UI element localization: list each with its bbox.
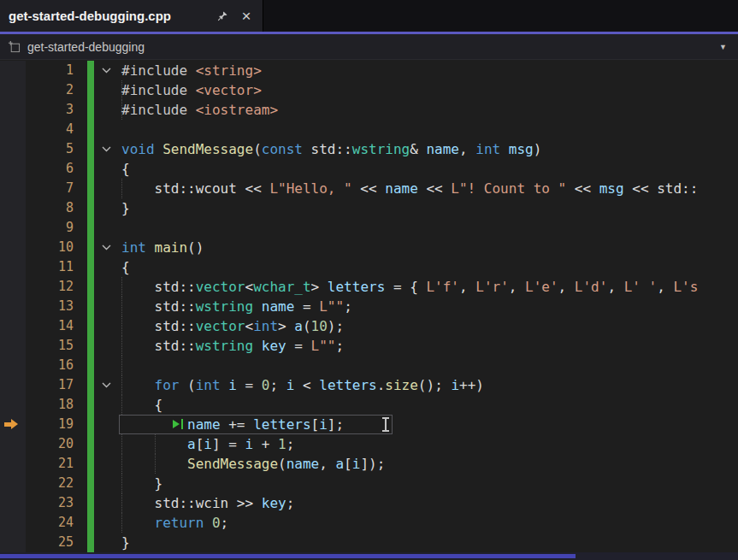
fold-margin[interactable]: [94, 336, 118, 356]
code-line[interactable]: for (int i = 0; i < letters.size(); i++): [118, 375, 738, 395]
fold-margin[interactable]: [94, 434, 118, 454]
horizontal-scrollbar[interactable]: [0, 552, 738, 560]
fold-margin[interactable]: [94, 257, 118, 277]
breakpoint-margin[interactable]: [0, 277, 26, 297]
code-line[interactable]: std::vector<int> a(10);: [118, 316, 738, 336]
code-line[interactable]: #include <vector>: [118, 80, 738, 100]
line-number[interactable]: 9: [26, 218, 74, 238]
breakpoint-margin[interactable]: [0, 297, 26, 316]
code-line[interactable]: void SendMessage(const std::wstring& nam…: [118, 139, 738, 159]
line-number[interactable]: 13: [26, 297, 74, 316]
fold-margin[interactable]: [94, 375, 118, 395]
breakpoint-margin[interactable]: [0, 198, 26, 218]
fold-margin[interactable]: [94, 198, 118, 218]
line-number[interactable]: 22: [26, 474, 74, 493]
dropdown-caret-icon[interactable]: ▼: [719, 43, 727, 51]
fold-margin[interactable]: [94, 316, 118, 336]
line-number[interactable]: 15: [26, 336, 74, 356]
line-number[interactable]: 12: [26, 277, 74, 297]
breakpoint-margin[interactable]: [0, 415, 26, 434]
code-line[interactable]: {: [118, 159, 738, 179]
code-line[interactable]: a[i] = i + 1;: [118, 434, 738, 454]
code-line[interactable]: {: [118, 257, 738, 277]
fold-margin[interactable]: [94, 120, 118, 139]
line-number[interactable]: 5: [26, 139, 74, 159]
fold-chevron-icon[interactable]: [102, 68, 111, 74]
code-line[interactable]: }: [118, 198, 738, 218]
code-line[interactable]: }: [118, 474, 738, 493]
code-line[interactable]: int main(): [118, 238, 738, 257]
line-number[interactable]: 25: [26, 533, 74, 552]
line-number[interactable]: 16: [26, 356, 74, 375]
breakpoint-margin[interactable]: [0, 316, 26, 336]
breakpoint-margin[interactable]: [0, 120, 26, 139]
breakpoint-margin[interactable]: [0, 375, 26, 395]
fold-margin[interactable]: [94, 493, 118, 513]
code-line[interactable]: name += letters[i];: [118, 415, 738, 434]
fold-chevron-icon[interactable]: [102, 382, 111, 388]
code-line[interactable]: {: [118, 395, 738, 415]
fold-margin[interactable]: [94, 513, 118, 533]
line-number[interactable]: 21: [26, 454, 74, 474]
breakpoint-margin[interactable]: [0, 513, 26, 533]
code-line[interactable]: std::wstring key = L"";: [118, 336, 738, 356]
fold-margin[interactable]: [94, 277, 118, 297]
line-number[interactable]: 17: [26, 375, 74, 395]
breakpoint-margin[interactable]: [0, 454, 26, 474]
fold-margin[interactable]: [94, 61, 118, 80]
code-line[interactable]: std::wcout << L"Hello, " << name << L"! …: [118, 179, 738, 198]
line-number[interactable]: 1: [26, 61, 74, 80]
breakpoint-margin[interactable]: [0, 257, 26, 277]
breakpoint-margin[interactable]: [0, 395, 26, 415]
line-number[interactable]: 3: [26, 100, 74, 120]
code-line[interactable]: [118, 356, 738, 375]
fold-margin[interactable]: [94, 179, 118, 198]
breakpoint-margin[interactable]: [0, 61, 26, 80]
line-number[interactable]: 10: [26, 238, 74, 257]
scrollbar-thumb[interactable]: [0, 554, 576, 558]
code-line[interactable]: [118, 120, 738, 139]
line-number[interactable]: 11: [26, 257, 74, 277]
breakpoint-margin[interactable]: [0, 179, 26, 198]
fold-margin[interactable]: [94, 454, 118, 474]
code-line[interactable]: [118, 218, 738, 238]
line-number[interactable]: 4: [26, 120, 74, 139]
line-number[interactable]: 6: [26, 159, 74, 179]
pin-icon[interactable]: [215, 9, 230, 24]
code-line[interactable]: #include <iostream>: [118, 100, 738, 120]
fold-margin[interactable]: [94, 100, 118, 120]
breakpoint-margin[interactable]: [0, 336, 26, 356]
navigation-bar[interactable]: get-started-debugging ▼: [0, 34, 738, 60]
line-number[interactable]: 20: [26, 434, 74, 454]
line-number[interactable]: 18: [26, 395, 74, 415]
fold-margin[interactable]: [94, 356, 118, 375]
fold-chevron-icon[interactable]: [102, 245, 111, 251]
fold-margin[interactable]: [94, 474, 118, 493]
breakpoint-margin[interactable]: [0, 159, 26, 179]
breakpoint-margin[interactable]: [0, 139, 26, 159]
code-line[interactable]: }: [118, 533, 738, 552]
line-number[interactable]: 24: [26, 513, 74, 533]
breakpoint-margin[interactable]: [0, 474, 26, 493]
breakpoint-margin[interactable]: [0, 356, 26, 375]
code-line[interactable]: std::wcin >> key;: [118, 493, 738, 513]
fold-margin[interactable]: [94, 238, 118, 257]
breakpoint-margin[interactable]: [0, 100, 26, 120]
code-line[interactable]: std::vector<wchar_t> letters = { L'f', L…: [118, 277, 738, 297]
breakpoint-margin[interactable]: [0, 434, 26, 454]
code-line[interactable]: SendMessage(name, a[i]);: [118, 454, 738, 474]
line-number[interactable]: 14: [26, 316, 74, 336]
fold-margin[interactable]: [94, 415, 118, 434]
breakpoint-margin[interactable]: [0, 238, 26, 257]
code-editor[interactable]: 1#include <string>2#include <vector>3#in…: [0, 60, 738, 552]
fold-margin[interactable]: [94, 159, 118, 179]
breakpoint-margin[interactable]: [0, 493, 26, 513]
fold-margin[interactable]: [94, 218, 118, 238]
line-number[interactable]: 23: [26, 493, 74, 513]
close-icon[interactable]: ×: [239, 9, 254, 24]
fold-margin[interactable]: [94, 80, 118, 100]
code-line[interactable]: return 0;: [118, 513, 738, 533]
fold-chevron-icon[interactable]: [102, 146, 111, 152]
fold-margin[interactable]: [94, 139, 118, 159]
tab-get-started-debugging[interactable]: get-started-debugging.cpp ×: [0, 0, 263, 32]
